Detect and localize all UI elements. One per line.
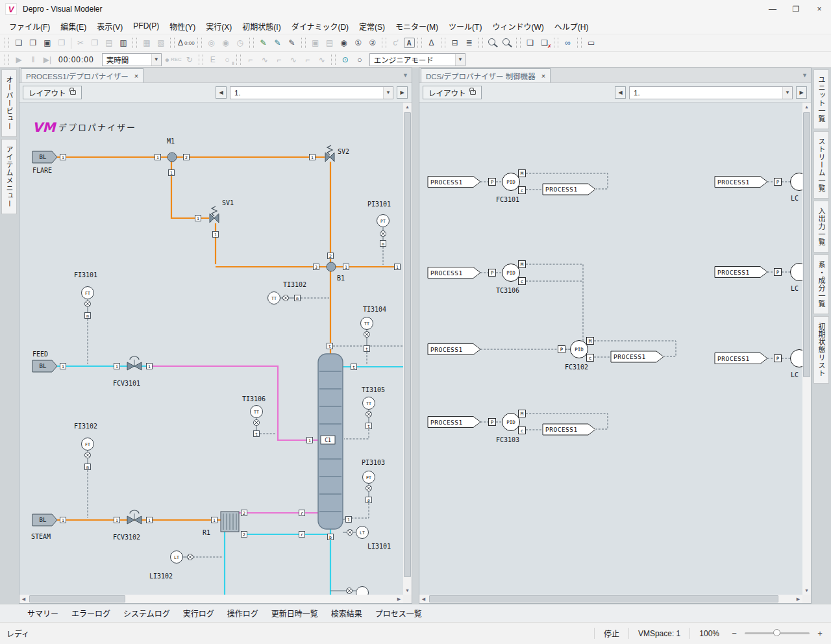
bottom-tab-6[interactable]: 検索結果: [325, 604, 369, 622]
cut-icon[interactable]: ✂: [74, 36, 87, 49]
page-next-button[interactable]: ▶: [796, 86, 807, 99]
trend-ramp-icon[interactable]: ⌐: [273, 53, 286, 66]
scroll-thumb[interactable]: [404, 112, 411, 577]
copy-icon[interactable]: ❐: [88, 36, 101, 49]
valve-fcv3102[interactable]: [127, 510, 142, 524]
build-icon[interactable]: ▦: [140, 36, 153, 49]
edit-result-icon[interactable]: ✎: [286, 36, 299, 49]
scroll-track[interactable]: [403, 111, 412, 586]
mixer-b1[interactable]: [327, 262, 336, 271]
trend-step-icon[interactable]: ⌐: [244, 53, 257, 66]
save-icon[interactable]: ▣: [41, 36, 54, 49]
menu-item-6[interactable]: 初期状態(I): [237, 18, 286, 34]
menu-item-10[interactable]: ツール(T): [443, 18, 487, 34]
scroll-right-icon[interactable]: ▶: [794, 595, 802, 603]
scroll-track[interactable]: [428, 595, 794, 603]
monitor-display-icon[interactable]: ▭: [585, 36, 598, 49]
menu-item-0[interactable]: ファイル(F): [4, 18, 55, 34]
right-dock-tab-0[interactable]: ユニット一覧: [813, 69, 829, 129]
new-window-icon[interactable]: ❏: [524, 36, 537, 49]
print-icon[interactable]: ▥: [117, 36, 130, 49]
scroll-track[interactable]: [28, 595, 395, 603]
new-document-icon[interactable]: ❏: [12, 36, 25, 49]
annotation-icon[interactable]: A: [404, 38, 415, 48]
left-dock-tab-1[interactable]: アイテムメニュー: [1, 139, 17, 214]
scroll-down-icon[interactable]: ▼: [802, 586, 811, 595]
pid-tc3106[interactable]: PID: [502, 264, 520, 282]
stream-table-icon[interactable]: ⊟: [449, 36, 462, 49]
reboiler-r1[interactable]: [221, 512, 239, 532]
zoom-out-button[interactable]: −: [728, 628, 740, 638]
power-icon[interactable]: ⊙: [339, 53, 352, 66]
bottom-tab-4[interactable]: 操作ログ: [221, 604, 265, 622]
left-dock-tab-0[interactable]: オーバービュー: [1, 69, 17, 137]
bottom-tab-1[interactable]: エラーログ: [65, 604, 117, 622]
minimize-button[interactable]: —: [761, 0, 784, 18]
dcs-tags[interactable]: PROCESS1 PROCESS1 PROCESS1 PROCESS1 PROC…: [428, 177, 767, 436]
scroll-left-icon[interactable]: ◀: [419, 595, 428, 603]
page-prev-button[interactable]: ◀: [216, 86, 227, 99]
zoom-search-icon[interactable]: [501, 36, 514, 49]
page-prev-button[interactable]: ◀: [615, 86, 626, 99]
pid-fc3103[interactable]: PID: [502, 414, 520, 431]
replay-icon[interactable]: ↻: [183, 53, 196, 66]
menu-item-4[interactable]: 物性(Y): [164, 18, 201, 34]
controller-2-icon[interactable]: ②: [366, 36, 379, 49]
rebuild-icon[interactable]: ▧: [155, 36, 167, 49]
right-dock-tab-1[interactable]: ストリーム一覧: [813, 131, 829, 199]
bottom-tab-5[interactable]: 更新日時一覧: [265, 604, 325, 622]
layout-button[interactable]: レイアウト: [23, 86, 82, 99]
tab-close-icon[interactable]: ×: [134, 72, 138, 80]
menu-item-8[interactable]: 定常(S): [354, 18, 390, 34]
bottom-tab-2[interactable]: システムログ: [117, 604, 177, 622]
tab-list-chevron-icon[interactable]: ▼: [403, 72, 408, 79]
edit-estimate-icon[interactable]: ✎: [271, 36, 284, 49]
controller-1-icon[interactable]: ①: [352, 36, 365, 49]
zoom-slider-thumb[interactable]: [773, 629, 780, 636]
pfd-document-tab[interactable]: PROCESS1/デプロパナイザー ×: [21, 68, 143, 82]
pfd-canvas[interactable]: C1 BL BL BL: [19, 103, 403, 595]
pid-fc3101[interactable]: PID: [502, 173, 520, 191]
column-c1[interactable]: C1: [318, 354, 343, 529]
tab-list-chevron-icon[interactable]: ▼: [802, 72, 808, 79]
cv-curve-icon[interactable]: c′: [390, 36, 403, 49]
menu-item-1[interactable]: 編集(E): [55, 18, 92, 34]
standby-icon[interactable]: ○: [353, 53, 366, 66]
edit-spec-icon[interactable]: ✎: [257, 36, 270, 49]
faceplate-icon[interactable]: ▣: [309, 36, 322, 49]
save-page-icon[interactable]: ❐: [55, 36, 68, 49]
open-file-icon[interactable]: ❒: [27, 36, 40, 49]
scroll-thumb[interactable]: [803, 112, 810, 377]
page-next-button[interactable]: ▶: [397, 86, 408, 99]
menu-item-3[interactable]: PFD(P): [128, 19, 164, 33]
menu-item-7[interactable]: ダイナミック(D): [286, 18, 354, 34]
link-icon[interactable]: ∞: [562, 36, 575, 49]
menu-item-12[interactable]: ヘルプ(H): [549, 18, 594, 34]
event-log-icon[interactable]: E: [206, 53, 219, 66]
pause-button[interactable]: ‖: [27, 53, 40, 66]
scroll-left-icon[interactable]: ◀: [19, 595, 28, 603]
bottom-tab-3[interactable]: 実行ログ: [177, 604, 221, 622]
boundary-feed[interactable]: BL: [32, 360, 57, 372]
scroll-right-icon[interactable]: ▶: [395, 595, 403, 603]
right-dock-tab-3[interactable]: 系・成分一覧: [813, 254, 829, 314]
time-mode-select[interactable]: 実時間 ▼: [102, 53, 162, 66]
pfd-vscrollbar[interactable]: ▲ ▼: [403, 103, 412, 595]
scroll-thumb[interactable]: [29, 595, 125, 602]
mixer-m1[interactable]: [167, 153, 177, 162]
freeze-icon[interactable]: ○‖: [221, 53, 234, 66]
close-button[interactable]: ×: [808, 0, 831, 18]
zoom-in-button[interactable]: +: [814, 628, 826, 638]
pid-fc3102[interactable]: PID: [571, 341, 588, 358]
tuning-panel-icon[interactable]: ▤: [323, 36, 336, 49]
dcs-vscrollbar[interactable]: ▲ ▼: [802, 103, 811, 595]
boundary-steam[interactable]: BL: [32, 514, 57, 526]
zoom-slider[interactable]: [745, 632, 810, 634]
right-dock-tab-4[interactable]: 初期状態リスト: [813, 316, 829, 384]
menu-item-2[interactable]: 表示(V): [92, 18, 128, 34]
maximize-button[interactable]: ❐: [784, 0, 808, 18]
menu-item-11[interactable]: ウィンドウ(W): [487, 18, 549, 34]
pid-controllers[interactable]: PID PID PID PID: [502, 173, 803, 431]
trend-curve-icon[interactable]: ∿: [258, 53, 271, 66]
engineer-mode-select[interactable]: エンジニアモード ▼: [369, 53, 465, 66]
